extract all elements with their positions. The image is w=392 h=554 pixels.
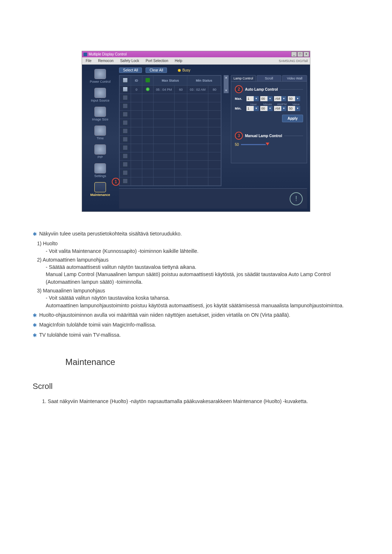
row-checkbox[interactable] <box>123 162 128 167</box>
sidebar-item-pip[interactable]: PIP <box>82 143 118 162</box>
table-row <box>120 119 221 127</box>
sub-hour: Hour <box>246 103 261 106</box>
sidebar-item-label: Maintenance <box>90 193 110 197</box>
header-checkbox[interactable] <box>123 78 128 83</box>
menu-remocon[interactable]: Remocon <box>96 59 116 63</box>
apply-button[interactable]: Apply <box>282 115 303 122</box>
table-row <box>120 177 221 186</box>
cell-max-time: 05 : 04 PM <box>154 86 175 94</box>
chevron-down-icon: ▾ <box>295 106 300 111</box>
row-checkbox[interactable] <box>123 128 128 134</box>
sidebar-item-label: PIP <box>98 155 103 159</box>
select-all-button[interactable]: Select All <box>119 67 142 73</box>
row-checkbox[interactable] <box>123 178 128 184</box>
auto-lamp-title: Auto Lamp Control <box>245 87 278 91</box>
row-checkbox[interactable] <box>123 112 128 117</box>
col-min: Min Status <box>187 76 221 86</box>
manual-lamp-slider[interactable]: 50 <box>235 143 303 147</box>
power-icon <box>94 69 106 79</box>
status-footer: ! <box>119 188 307 209</box>
table-row <box>120 94 221 102</box>
slider-thumb-icon[interactable] <box>266 143 269 145</box>
maximize-button[interactable]: □ <box>297 52 303 57</box>
callout-1: 1 <box>112 178 120 186</box>
sidebar-item-time[interactable]: Time <box>82 124 118 143</box>
menu-help[interactable]: Help <box>172 59 184 63</box>
cell-min-val: 80 <box>208 86 221 94</box>
table-row <box>120 127 221 136</box>
min-ampm-select[interactable]: AM▾ <box>274 106 286 111</box>
list-item: 3) Manuaalinen lampunohjaus - Voit säätä… <box>37 287 359 309</box>
sidebar-item-image-size[interactable]: Image Size <box>82 105 118 124</box>
max-value-select[interactable]: 50▾ <box>288 96 300 101</box>
pip-icon <box>94 144 106 155</box>
menu-port-selection[interactable]: Port Selection <box>143 59 170 63</box>
window-title: Multiple Display Control <box>89 52 127 56</box>
doc-text: Huolto-ohjaustoiminnon avulla voi määrit… <box>39 311 290 319</box>
table-row <box>120 136 221 144</box>
sidebar-item-settings[interactable]: Settings <box>82 162 118 181</box>
item-body: - Voit valita Maintenance (Kunnossapito)… <box>37 247 359 255</box>
row-checkbox[interactable] <box>123 103 128 108</box>
row-checkbox[interactable] <box>123 87 128 92</box>
close-button[interactable]: × <box>303 52 309 57</box>
power-on-icon <box>146 87 150 91</box>
menu-file[interactable]: File <box>83 59 94 63</box>
max-hour-select[interactable]: 1▾ <box>246 96 259 101</box>
max-label: Max. <box>235 97 245 100</box>
table-row <box>120 169 221 177</box>
chevron-down-icon: ▾ <box>254 96 259 101</box>
menu-safety-lock[interactable]: Safety Lock <box>118 59 141 63</box>
tab-lamp-control[interactable]: Lamp Control <box>231 75 256 81</box>
star-icon: ✱ <box>33 321 37 329</box>
max-ampm-select[interactable]: AM▾ <box>274 96 286 101</box>
minimize-button[interactable]: _ <box>291 52 297 57</box>
min-value-select[interactable]: 50▾ <box>288 106 300 111</box>
callout-3: 3 <box>235 132 243 140</box>
scroll-down-icon[interactable]: ▼ <box>224 89 228 93</box>
row-checkbox[interactable] <box>123 153 128 159</box>
table-row[interactable]: 0 05 : 04 PM 60 03 : 02 AM 80 <box>120 86 221 94</box>
star-icon: ✱ <box>33 312 37 319</box>
scroll-thumb[interactable] <box>224 80 228 89</box>
sidebar-item-maintenance[interactable]: 1 Maintenance <box>82 181 118 200</box>
right-panel: Lamp Control Scroll Video Wall 2 Auto La… <box>231 75 307 163</box>
app-window: Multiple Display Control _ □ × File Remo… <box>82 51 310 212</box>
clear-all-button[interactable]: Clear All <box>146 67 167 73</box>
sidebar-item-power-control[interactable]: Power Control <box>82 67 118 86</box>
tab-scroll[interactable]: Scroll <box>257 75 282 81</box>
item-head: 2) Automaattinen lampunohjaus <box>37 256 359 263</box>
manual-lamp-section: 3 Manual Lamp Control 50 <box>235 132 303 147</box>
chevron-down-icon: ▾ <box>281 106 286 111</box>
tab-video-wall[interactable]: Video Wall <box>282 75 307 81</box>
auto-lamp-section: 2 Auto Lamp Control Max. 1▾ 00▾ AM▾ 50 <box>235 85 303 122</box>
max-minute-select[interactable]: 00▾ <box>260 96 273 101</box>
app-icon <box>83 53 87 56</box>
row-checkbox[interactable] <box>123 145 128 150</box>
row-checkbox[interactable] <box>123 120 128 125</box>
manual-lamp-title: Manual Lamp Control <box>245 134 282 138</box>
col-id: ID <box>131 76 142 86</box>
sub-title: Scroll <box>33 382 359 391</box>
scroll-up-icon[interactable]: ▲ <box>224 75 228 80</box>
min-minute-select[interactable]: 00▾ <box>260 106 273 111</box>
row-checkbox[interactable] <box>123 137 128 142</box>
min-hour-select[interactable]: 1▾ <box>246 106 259 111</box>
slider-value: 50 <box>235 143 239 147</box>
table-row <box>120 161 221 169</box>
list-item: 1) Huolto - Voit valita Maintenance (Kun… <box>37 240 359 255</box>
grid-scrollbar[interactable]: ▲ ▼ <box>224 75 229 93</box>
slider-track[interactable] <box>241 144 303 145</box>
item-body: Manual Lamp Control (Manuaalinen lampun … <box>37 271 359 286</box>
chevron-down-icon: ▾ <box>281 96 286 101</box>
item-body: - Säätää automaattisesti valitun näytön … <box>37 263 359 271</box>
cell-min-time: 03 : 02 AM <box>187 86 208 94</box>
maintenance-icon <box>94 182 106 192</box>
row-checkbox[interactable] <box>123 170 128 175</box>
row-checkbox[interactable] <box>123 95 128 100</box>
settings-icon <box>94 163 106 173</box>
sidebar-item-input-source[interactable]: Input Source <box>82 86 118 105</box>
doc-body: ✱ Näkyviin tulee useita perustietokohtei… <box>33 230 359 405</box>
callout-2: 2 <box>235 85 243 93</box>
table-row <box>120 102 221 111</box>
